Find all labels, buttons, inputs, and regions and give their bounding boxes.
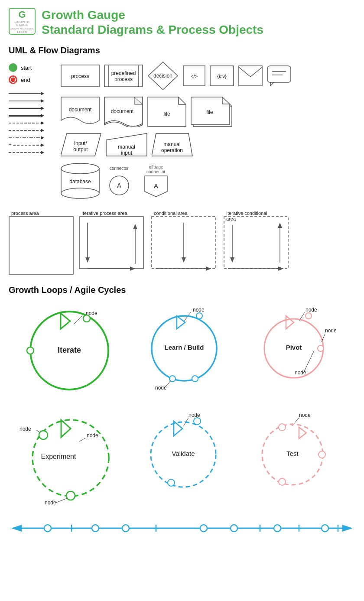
svg-point-111 [318, 345, 324, 351]
svg-point-123 [39, 431, 48, 439]
svg-point-133 [168, 479, 175, 486]
shape-offpage-connector: offpage connector A [139, 164, 173, 200]
svg-text:file: file [163, 111, 170, 117]
svg-text:Iterative conditional: Iterative conditional [226, 211, 267, 216]
uml-shapes: process predefined process [61, 59, 355, 205]
svg-text:file: file [206, 109, 213, 115]
shape-file-1: file [147, 97, 186, 129]
shapes-row-2: document document [61, 97, 355, 129]
loop-test: node Test [258, 409, 344, 504]
timeline [0, 511, 364, 541]
svg-text:Validate: Validate [172, 450, 195, 457]
line-3 [9, 106, 61, 111]
svg-text:{k:v}: {k:v} [217, 74, 227, 79]
title-line2: Standard Diagrams & Process Objects [42, 23, 263, 37]
svg-point-150 [231, 525, 237, 532]
shapes-row-3: input/ output manual input [61, 133, 355, 158]
svg-text:input: input [121, 150, 133, 156]
svg-text:input/: input/ [74, 140, 87, 146]
svg-text:manual: manual [163, 141, 180, 147]
svg-text:node: node [155, 385, 167, 391]
line-1 [9, 91, 61, 96]
svg-text:conditional area: conditional area [154, 211, 188, 216]
svg-point-54 [61, 188, 99, 198]
legend-end: end [9, 75, 61, 84]
line-9 [9, 150, 61, 155]
svg-marker-1 [41, 92, 44, 95]
svg-text:process: process [114, 76, 133, 82]
loop-validate: node Validate [145, 409, 236, 504]
svg-point-132 [194, 418, 201, 425]
svg-point-93 [83, 315, 90, 322]
svg-point-152 [322, 525, 328, 532]
svg-marker-144 [11, 525, 22, 532]
svg-point-139 [279, 424, 286, 431]
svg-text:A: A [117, 182, 121, 189]
svg-marker-16 [41, 143, 44, 147]
loop-iterate: node Iterate [22, 303, 117, 398]
svg-marker-34 [270, 82, 274, 86]
line-4 [9, 113, 61, 118]
end-label: end [21, 77, 30, 83]
svg-point-110 [306, 313, 312, 319]
svg-rect-66 [79, 217, 143, 269]
svg-marker-3 [41, 99, 44, 103]
process-area-solid: process area [9, 210, 74, 276]
svg-text:Learn / Build: Learn / Build [165, 344, 204, 351]
process-area-iter-conditional: Iterative conditional area [224, 210, 291, 276]
svg-text:process: process [71, 73, 89, 79]
svg-text:node: node [325, 328, 337, 334]
process-area-iterative: Iterative process area [79, 210, 146, 276]
svg-point-100 [196, 313, 202, 319]
legend-start: start [9, 63, 61, 72]
process-area-conditional: conditional area [151, 210, 218, 276]
svg-text:A: A [154, 182, 158, 189]
loops-section-title: Growth Loops / Agile Cycles [0, 281, 364, 299]
start-circle [9, 63, 17, 72]
solid-loops-row: node Iterate node [0, 299, 364, 403]
svg-text:area: area [226, 216, 236, 221]
svg-text:node: node [188, 412, 200, 418]
shape-chat [267, 65, 291, 88]
logo-subtext: GROWTHGAUGEGROW MEASURE LEARN [10, 20, 35, 34]
shape-document-1: document [61, 97, 100, 129]
svg-text:Pivot: Pivot [286, 344, 302, 351]
svg-text:</>: </> [191, 74, 198, 79]
svg-point-148 [122, 525, 129, 532]
svg-text:database: database [69, 179, 91, 185]
process-areas: process area Iterative process area [0, 205, 364, 281]
svg-line-120 [79, 438, 85, 442]
line-7 [9, 135, 61, 140]
shapes-row-1: process predefined process [61, 61, 355, 92]
line-8: + [9, 143, 61, 148]
svg-point-55 [61, 163, 99, 174]
svg-marker-131 [174, 421, 182, 436]
svg-text:document: document [111, 108, 134, 114]
svg-point-94 [27, 347, 34, 354]
shapes-row-4: database connector A offp [61, 162, 355, 201]
svg-line-104 [165, 380, 171, 388]
svg-text:document: document [69, 107, 92, 113]
svg-rect-80 [224, 217, 288, 269]
svg-point-146 [44, 525, 51, 532]
svg-text:node: node [20, 426, 31, 432]
svg-line-90 [74, 316, 82, 325]
svg-text:+: + [9, 142, 11, 147]
svg-point-140 [318, 451, 325, 458]
end-circle [9, 75, 17, 84]
svg-marker-92 [61, 313, 70, 329]
svg-marker-109 [286, 316, 294, 329]
svg-marker-9 [41, 121, 44, 125]
svg-marker-99 [177, 316, 185, 329]
svg-text:Iterative process area: Iterative process area [81, 211, 128, 216]
svg-point-147 [92, 525, 99, 532]
svg-text:output: output [73, 146, 88, 153]
svg-marker-145 [342, 525, 353, 532]
logo-letter: G [18, 9, 26, 20]
svg-point-141 [279, 478, 286, 485]
shape-connector: connector A [104, 164, 134, 200]
svg-text:manual: manual [118, 144, 135, 150]
loop-learn-build: node node Learn / Build [143, 303, 230, 398]
svg-text:node: node [45, 500, 56, 506]
arrow-lines-legend: + [9, 91, 61, 155]
